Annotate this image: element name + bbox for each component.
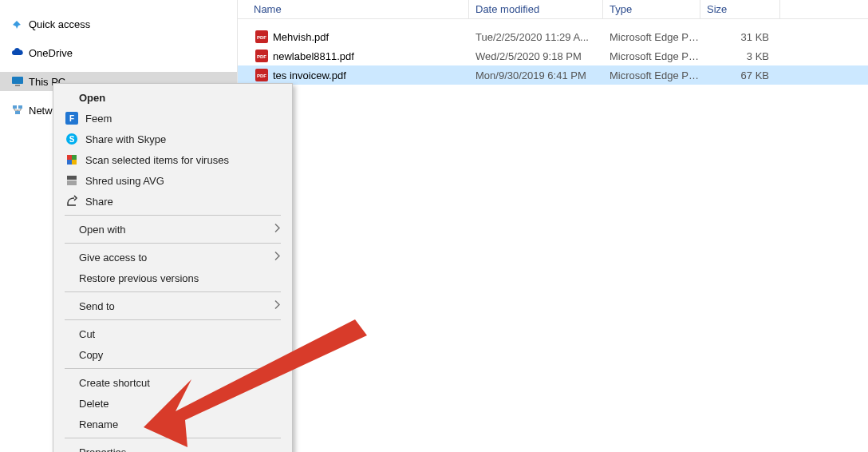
nav-label: OneDrive <box>29 47 73 59</box>
menu-separator <box>65 438 281 438</box>
svg-rect-19 <box>67 176 77 180</box>
menu-shred[interactable]: Shred using AVG <box>55 170 290 191</box>
chevron-right-icon <box>274 252 281 264</box>
file-row[interactable]: PDF Mehvish.pdf Tue/2/25/2020 11:29 A...… <box>238 27 868 46</box>
svg-rect-18 <box>72 160 77 165</box>
svg-rect-15 <box>67 155 72 160</box>
menu-rename[interactable]: Rename <box>55 414 290 434</box>
svg-text:S: S <box>69 135 75 144</box>
file-list: PDF Mehvish.pdf Tue/2/25/2020 11:29 A...… <box>238 19 868 85</box>
menu-copy[interactable]: Copy <box>55 344 290 365</box>
column-name[interactable]: Name <box>238 0 469 18</box>
nav-label: Netw <box>29 105 53 117</box>
share-icon <box>65 194 79 208</box>
menu-separator <box>65 368 281 369</box>
menu-properties[interactable]: Properties <box>55 442 290 452</box>
monitor-icon <box>11 75 24 88</box>
file-row[interactable]: PDF newlabel8811.pdf Wed/2/5/2020 9:18 P… <box>238 46 868 65</box>
menu-open-with[interactable]: Open with <box>55 219 290 240</box>
svg-rect-3 <box>18 105 22 109</box>
menu-send-to[interactable]: Send to <box>55 295 290 316</box>
menu-separator <box>65 319 281 320</box>
nav-onedrive[interactable]: OneDrive <box>0 43 237 62</box>
pin-icon <box>11 18 24 30</box>
file-date: Tue/2/25/2020 11:29 A... <box>469 31 603 43</box>
svg-rect-2 <box>13 105 17 109</box>
file-size: 67 KB <box>700 69 780 81</box>
menu-skype[interactable]: S Share with Skype <box>55 129 290 149</box>
cloud-icon <box>11 46 24 59</box>
context-menu: Open F Feem S Share with Skype Scan sele… <box>53 83 293 452</box>
pdf-icon: PDF <box>255 69 268 81</box>
menu-restore[interactable]: Restore previous versions <box>55 268 290 288</box>
file-name: tes invoicew.pdf <box>273 69 346 81</box>
file-date: Mon/9/30/2019 6:41 PM <box>469 69 603 81</box>
pdf-icon: PDF <box>255 50 268 62</box>
column-size[interactable]: Size <box>700 0 780 18</box>
file-type: Microsoft Edge PD... <box>603 50 700 62</box>
antivirus-icon <box>65 153 79 167</box>
menu-cut[interactable]: Cut <box>55 323 290 344</box>
svg-text:PDF: PDF <box>257 73 266 78</box>
shred-icon <box>65 173 79 188</box>
svg-text:PDF: PDF <box>257 35 266 40</box>
menu-delete[interactable]: Delete <box>55 393 290 414</box>
svg-rect-16 <box>72 155 77 160</box>
svg-rect-4 <box>15 111 20 114</box>
chevron-right-icon <box>274 300 281 312</box>
menu-separator <box>65 215 281 216</box>
chevron-right-icon <box>274 224 281 236</box>
svg-rect-1 <box>15 85 20 86</box>
svg-rect-17 <box>67 160 72 165</box>
menu-give-access[interactable]: Give access to <box>55 247 290 268</box>
column-headers: Name Date modified Type Size <box>238 0 868 19</box>
column-type[interactable]: Type <box>603 0 700 18</box>
menu-open[interactable]: Open <box>55 87 290 108</box>
menu-feem[interactable]: F Feem <box>55 108 290 129</box>
pdf-icon: PDF <box>255 30 268 43</box>
menu-scan[interactable]: Scan selected items for viruses <box>55 149 290 170</box>
file-date: Wed/2/5/2020 9:18 PM <box>469 50 603 62</box>
nav-label: Quick access <box>29 18 90 30</box>
feem-icon: F <box>65 111 79 125</box>
file-name: newlabel8811.pdf <box>273 50 354 62</box>
network-icon <box>11 104 24 117</box>
menu-share[interactable]: Share <box>55 191 290 212</box>
menu-separator <box>65 291 281 292</box>
file-list-panel: Name Date modified Type Size PDF Mehvish… <box>238 0 868 452</box>
file-row[interactable]: PDF tes invoicew.pdf Mon/9/30/2019 6:41 … <box>238 65 868 85</box>
menu-separator <box>65 243 281 244</box>
svg-text:F: F <box>69 114 74 123</box>
file-type: Microsoft Edge PD... <box>603 31 700 43</box>
menu-create-shortcut[interactable]: Create shortcut <box>55 372 290 393</box>
file-size: 3 KB <box>700 50 780 62</box>
nav-quick-access[interactable]: Quick access <box>0 14 237 34</box>
svg-rect-0 <box>12 77 23 84</box>
file-type: Microsoft Edge PD... <box>603 69 700 81</box>
column-date[interactable]: Date modified <box>469 0 603 18</box>
file-size: 31 KB <box>700 31 780 43</box>
svg-text:PDF: PDF <box>257 54 266 59</box>
file-name: Mehvish.pdf <box>273 31 329 43</box>
skype-icon: S <box>65 132 79 146</box>
